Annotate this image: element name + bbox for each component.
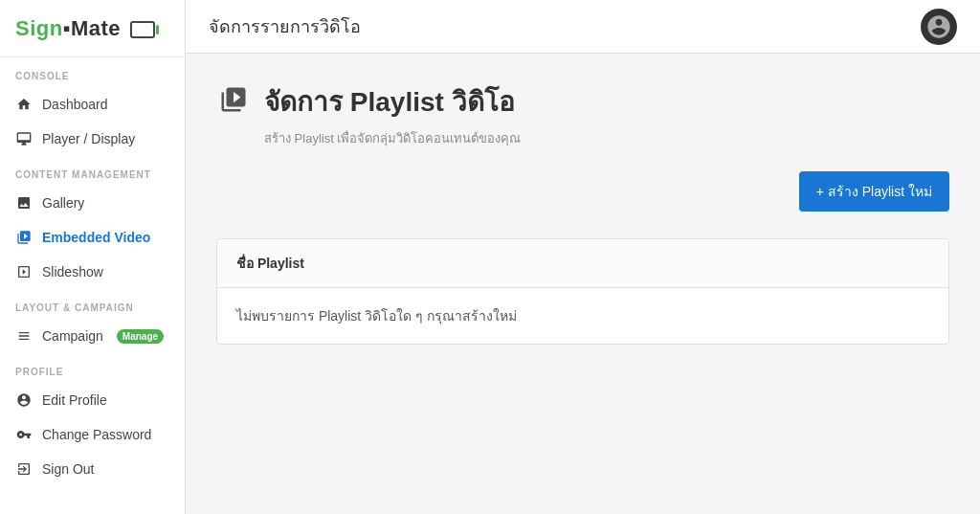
section-label-content: CONTENT MANAGEMENT bbox=[0, 156, 185, 186]
sidebar-item-change-password[interactable]: Change Password bbox=[0, 417, 185, 452]
sidebar-item-label: Edit Profile bbox=[42, 392, 107, 408]
sidebar-item-embedded-video[interactable]: Embedded Video bbox=[0, 220, 185, 255]
image-icon bbox=[15, 194, 33, 212]
logout-icon bbox=[15, 460, 33, 478]
topbar-title: จัดการรายการวิดิโอ bbox=[209, 12, 361, 40]
logo-icon bbox=[130, 21, 155, 38]
person-icon bbox=[15, 391, 33, 409]
content-header: จัดการ Playlist วิดิโอ bbox=[216, 80, 949, 123]
content-area: จัดการ Playlist วิดิโอ สร้าง Playlist เพ… bbox=[186, 54, 980, 514]
sidebar-item-label: Sign Out bbox=[42, 461, 94, 477]
section-label-layout: LAYOUT & CAMPAIGN bbox=[0, 289, 185, 319]
sidebar: Sign▪Mate CONSOLE Dashboard Player / Dis… bbox=[0, 0, 186, 514]
avatar[interactable] bbox=[921, 9, 957, 45]
logo[interactable]: Sign▪Mate bbox=[0, 0, 185, 57]
slideshow-icon bbox=[15, 263, 33, 280]
page-subtitle: สร้าง Playlist เพื่อจัดกลุ่มวิดิโอคอนเทน… bbox=[264, 128, 949, 148]
campaign-icon bbox=[15, 327, 33, 345]
topbar: จัดการรายการวิดิโอ bbox=[186, 0, 980, 54]
sidebar-item-sign-out[interactable]: Sign Out bbox=[0, 452, 185, 486]
sidebar-item-label: Player / Display bbox=[42, 131, 135, 146]
sidebar-item-slideshow[interactable]: Slideshow bbox=[0, 255, 185, 289]
logo-text: Sign▪Mate bbox=[15, 16, 155, 41]
sidebar-item-campaign[interactable]: Campaign Manage bbox=[0, 319, 185, 353]
sidebar-item-label: Change Password bbox=[42, 427, 151, 442]
empty-state-message: ไม่พบรายการ Playlist วิดิโอใด ๆ กรุณาสร้… bbox=[217, 288, 948, 344]
page-title: จัดการ Playlist วิดิโอ bbox=[264, 80, 515, 123]
sidebar-item-gallery[interactable]: Gallery bbox=[0, 186, 185, 220]
create-playlist-button[interactable]: + สร้าง Playlist ใหม่ bbox=[799, 171, 949, 212]
key-icon bbox=[15, 426, 33, 443]
section-label-console: CONSOLE bbox=[0, 57, 185, 87]
table-column-header: ชื่อ Playlist bbox=[217, 239, 948, 288]
section-label-profile: PROFILE bbox=[0, 353, 185, 383]
playlist-table: ชื่อ Playlist ไม่พบรายการ Playlist วิดิโ… bbox=[216, 238, 949, 345]
sidebar-item-edit-profile[interactable]: Edit Profile bbox=[0, 383, 185, 417]
video-icon bbox=[15, 229, 33, 246]
actions-row: + สร้าง Playlist ใหม่ bbox=[216, 171, 949, 227]
main-content: จัดการรายการวิดิโอ จัดการ Playlist วิดิโ… bbox=[186, 0, 980, 514]
sidebar-item-label: Slideshow bbox=[42, 264, 103, 279]
sidebar-item-dashboard[interactable]: Dashboard bbox=[0, 87, 185, 122]
sidebar-item-label: Dashboard bbox=[42, 97, 108, 112]
manage-badge: Manage bbox=[117, 329, 164, 344]
monitor-icon bbox=[15, 130, 33, 147]
home-icon bbox=[15, 96, 33, 113]
video-playlist-icon bbox=[216, 82, 251, 117]
sidebar-item-player-display[interactable]: Player / Display bbox=[0, 122, 185, 156]
sidebar-item-label: Campaign bbox=[42, 328, 103, 344]
sidebar-item-label: Gallery bbox=[42, 195, 84, 211]
sidebar-item-label: Embedded Video bbox=[42, 230, 150, 245]
